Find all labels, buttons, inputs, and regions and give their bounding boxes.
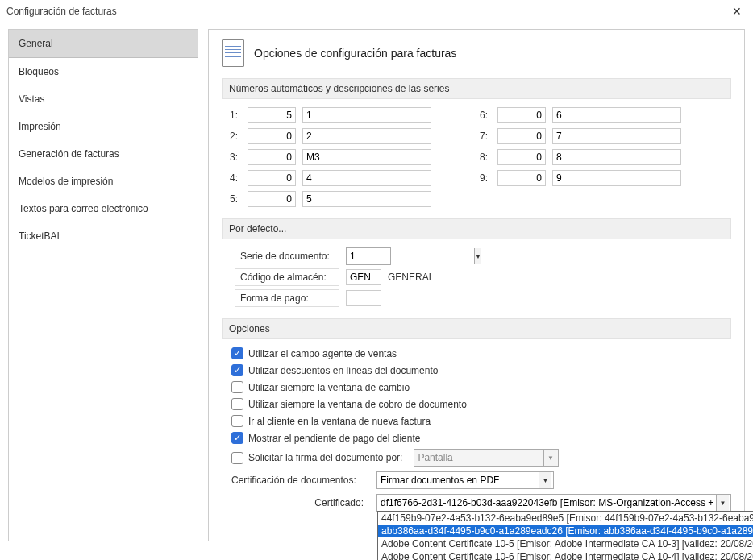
option-checkbox-5[interactable]: ✓ <box>231 432 243 444</box>
sidebar-item-3[interactable]: Impresión <box>9 113 198 140</box>
series-row-6: 6: <box>480 107 681 123</box>
series-desc-input[interactable] <box>302 170 431 186</box>
series-idx: 4: <box>230 172 241 184</box>
almacen-desc: GENERAL <box>388 272 434 283</box>
sidebar: GeneralBloqueosVistasImpresiónGeneración… <box>8 29 198 541</box>
content: GeneralBloqueosVistasImpresiónGeneración… <box>0 26 753 550</box>
cert-dropdown-item-0[interactable]: 44f159b9-07e2-4a53-b132-6eaba9ed89e5 [Em… <box>378 512 753 525</box>
options-block: ✓Utilizar el campo agente de ventas✓Util… <box>222 347 731 467</box>
series-desc-input[interactable] <box>302 128 431 144</box>
option-label-2: Utilizar siempre la ventana de cambio <box>248 382 410 393</box>
option-checkbox-1[interactable]: ✓ <box>231 364 243 376</box>
option-checkbox-4[interactable] <box>231 415 243 427</box>
option-row-5: ✓Mostrar el pendiente de pago del client… <box>231 432 731 444</box>
series-desc-input[interactable] <box>302 191 431 207</box>
series-num-input[interactable] <box>497 128 546 144</box>
chevron-down-icon[interactable]: ▼ <box>543 450 556 466</box>
chevron-down-icon[interactable]: ▼ <box>716 495 729 511</box>
series-idx: 8: <box>480 151 491 163</box>
series-idx: 6: <box>480 110 491 121</box>
series-num-input[interactable] <box>497 170 546 186</box>
defaults-block: Serie de documento: ▼ Código de almacén:… <box>222 247 731 307</box>
series-desc-input[interactable] <box>302 149 431 165</box>
series-num-input[interactable] <box>248 107 296 123</box>
option-row-2: Utilizar siempre la ventana de cambio <box>231 381 731 393</box>
cert-select[interactable]: ▼ 44f159b9-07e2-4a53-b132-6eaba9ed89e5 [… <box>376 494 731 512</box>
cert-mode-value[interactable] <box>377 472 539 488</box>
series-row-9: 9: <box>480 170 681 186</box>
option-row-0: ✓Utilizar el campo agente de ventas <box>231 347 731 359</box>
series-idx: 7: <box>480 131 491 142</box>
main-panel: Opciones de configuración para facturas … <box>208 29 745 541</box>
chevron-down-icon[interactable]: ▼ <box>474 248 481 264</box>
option-checkbox-0[interactable]: ✓ <box>231 347 243 359</box>
series-num-input[interactable] <box>497 107 546 123</box>
option-label-5: Mostrar el pendiente de pago del cliente <box>248 433 420 444</box>
option-label-0: Utilizar el campo agente de ventas <box>248 348 397 359</box>
firma-medium-select[interactable]: ▼ <box>414 449 559 467</box>
serie-select-value[interactable] <box>347 248 474 264</box>
series-row-3: 3: <box>230 149 431 165</box>
series-desc-input[interactable] <box>552 128 681 144</box>
sidebar-item-5[interactable]: Modelos de impresión <box>9 168 198 195</box>
firma-medium-value[interactable] <box>414 450 543 466</box>
window: Configuración de facturas ✕ GeneralBloqu… <box>0 0 753 560</box>
series-row-1: 1: <box>230 107 431 123</box>
sidebar-item-2[interactable]: Vistas <box>9 85 198 113</box>
series-desc-input[interactable] <box>552 170 681 186</box>
cert-label: Certificado: <box>231 497 368 508</box>
series-desc-input[interactable] <box>552 107 681 123</box>
option-label-3: Utilizar siempre la ventana de cobro de … <box>248 399 467 410</box>
series-idx: 3: <box>230 151 241 163</box>
panel-header: Opciones de configuración para facturas <box>222 39 731 67</box>
sidebar-item-1[interactable]: Bloqueos <box>9 58 198 85</box>
series-desc-input[interactable] <box>302 107 431 123</box>
option-checkbox-3[interactable] <box>231 398 243 410</box>
series-desc-input[interactable] <box>552 149 681 165</box>
option-row-4: Ir al cliente en la ventana de nueva fac… <box>231 415 731 427</box>
cert-dropdown-item-1[interactable]: abb386aa-d34f-4495-b9c0-a1a289eadc26 [Em… <box>378 525 753 537</box>
series-idx: 9: <box>480 172 491 184</box>
cert-dropdown-list[interactable]: 44f159b9-07e2-4a53-b132-6eaba9ed89e5 [Em… <box>377 511 753 560</box>
series-idx: 2: <box>230 131 241 142</box>
sidebar-item-7[interactable]: TicketBAI <box>9 222 198 250</box>
option-checkbox-6[interactable] <box>231 452 243 464</box>
option-label-4: Ir al cliente en la ventana de nueva fac… <box>248 416 431 427</box>
option-label-6: Solicitar la firma del documento por: <box>248 452 402 463</box>
series-num-input[interactable] <box>248 191 296 207</box>
series-num-input[interactable] <box>248 149 296 165</box>
series-idx: 5: <box>230 193 241 205</box>
fpago-label: Forma de pago: <box>235 289 339 307</box>
sidebar-item-0[interactable]: General <box>9 30 198 58</box>
section-options-title: Opciones <box>222 318 731 339</box>
series-row-4: 4: <box>230 170 431 186</box>
serie-select[interactable]: ▼ <box>346 247 391 265</box>
series-num-input[interactable] <box>248 128 296 144</box>
option-checkbox-2[interactable] <box>231 381 243 393</box>
cert-dropdown-item-3[interactable]: Adobe Content Certificate 10-6 [Emisor: … <box>378 550 753 560</box>
chevron-down-icon[interactable]: ▼ <box>539 472 551 488</box>
series-row-5: 5: <box>230 191 431 207</box>
document-icon <box>222 39 244 67</box>
series-num-input[interactable] <box>497 149 546 165</box>
titlebar: Configuración de facturas ✕ <box>0 0 753 26</box>
series-idx: 1: <box>230 110 241 121</box>
cert-mode-select[interactable]: ▼ <box>376 471 554 489</box>
series-row-7: 7: <box>480 128 681 144</box>
option-row-3: Utilizar siempre la ventana de cobro de … <box>231 398 731 410</box>
cert-select-value[interactable] <box>377 495 716 511</box>
sidebar-item-4[interactable]: Generación de facturas <box>9 140 198 168</box>
panel-title: Opciones de configuración para facturas <box>254 47 456 60</box>
almacen-label: Código de almacén: <box>235 268 339 286</box>
option-row-6: Solicitar la firma del documento por:▼ <box>231 449 731 467</box>
option-row-1: ✓Utilizar descuentos en líneas del docum… <box>231 364 731 376</box>
series-grid: 1:2:3:4:5: 6:7:8:9: <box>222 107 731 207</box>
almacen-field[interactable] <box>346 269 381 285</box>
cert-dropdown-item-2[interactable]: Adobe Content Certificate 10-5 [Emisor: … <box>378 537 753 550</box>
sidebar-item-6[interactable]: Textos para correo electrónico <box>9 195 198 222</box>
series-num-input[interactable] <box>248 170 296 186</box>
close-icon[interactable]: ✕ <box>727 5 747 18</box>
section-series-title: Números automáticos y descripciones de l… <box>222 78 731 99</box>
fpago-field[interactable] <box>346 290 381 306</box>
section-defaults-title: Por defecto... <box>222 218 731 239</box>
